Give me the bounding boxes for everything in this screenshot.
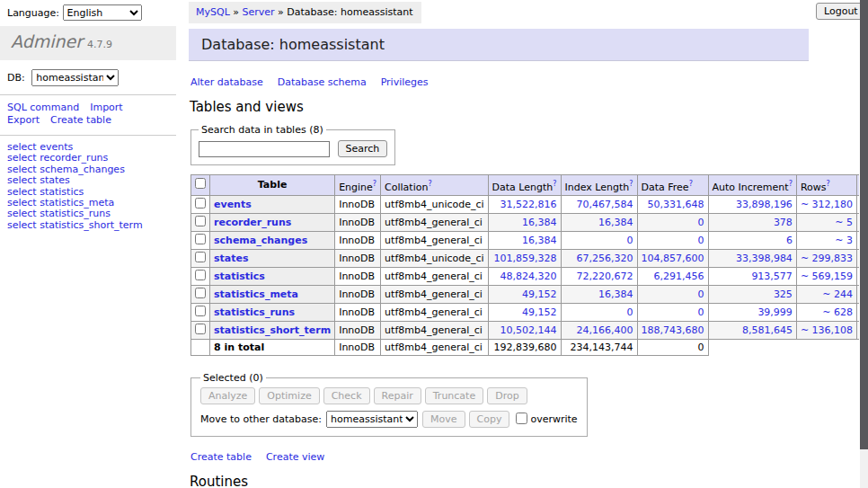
- index-length-link[interactable]: 16,384: [598, 217, 633, 228]
- sidebar-item-select-schema-changes[interactable]: select schema_changes: [7, 164, 125, 175]
- column-help-link[interactable]: ?: [629, 180, 633, 188]
- row-checkbox[interactable]: [195, 252, 206, 262]
- column-help-link[interactable]: ?: [553, 180, 556, 188]
- table-name-link[interactable]: events: [214, 199, 252, 210]
- drop-button[interactable]: Drop: [487, 387, 527, 404]
- data-free-link[interactable]: 0: [698, 217, 704, 228]
- column-help-link[interactable]: ?: [826, 180, 829, 188]
- table-name-link[interactable]: statistics_short_term: [214, 324, 331, 336]
- sidebar-export-link[interactable]: Export: [7, 114, 40, 126]
- create-table-link[interactable]: Create table: [190, 451, 252, 463]
- data-free-link[interactable]: 0: [698, 306, 704, 318]
- data-length-link[interactable]: 101,859,328: [494, 253, 557, 264]
- column-help-link[interactable]: ?: [373, 180, 376, 188]
- search-button[interactable]: Search: [338, 140, 388, 157]
- auto-increment-link[interactable]: 33,898,196: [736, 199, 793, 210]
- sidebar-create-table-link[interactable]: Create table: [50, 114, 111, 126]
- sidebar-item-select-states[interactable]: select states: [7, 174, 70, 186]
- data-length-link[interactable]: 31,522,816: [500, 199, 557, 210]
- rows-link[interactable]: ~ 569,159: [801, 271, 853, 282]
- column-help-link[interactable]: ?: [428, 180, 431, 188]
- select-all-checkbox[interactable]: [195, 178, 206, 189]
- row-checkbox[interactable]: [195, 306, 206, 316]
- rows-link[interactable]: ~ 299,833: [801, 253, 853, 264]
- data-free-link[interactable]: 188,743,680: [642, 324, 704, 336]
- auto-increment-link[interactable]: 39,999: [757, 306, 793, 318]
- data-length-link[interactable]: 49,152: [522, 306, 557, 318]
- sidebar-item-select-recorder-runs[interactable]: select recorder_runs: [7, 152, 108, 164]
- data-free-link[interactable]: 0: [698, 288, 704, 300]
- table-name-link[interactable]: states: [214, 253, 249, 264]
- breadcrumb-mysql-link[interactable]: MySQL: [196, 6, 230, 18]
- sidebar-item-select-events[interactable]: select events: [7, 141, 73, 153]
- index-length-link[interactable]: 67,256,320: [577, 253, 633, 264]
- auto-increment-link[interactable]: 6: [786, 235, 793, 246]
- table-name-link[interactable]: statistics: [214, 271, 265, 282]
- db-select[interactable]: homeassistant: [31, 69, 119, 86]
- optimize-button[interactable]: Optimize: [259, 387, 319, 404]
- data-length-link[interactable]: 48,824,320: [500, 271, 557, 282]
- auto-increment-link[interactable]: 378: [774, 217, 793, 228]
- language-select[interactable]: English: [63, 4, 142, 21]
- table-name-link[interactable]: recorder_runs: [214, 217, 291, 228]
- sidebar-item-select-statistics[interactable]: select statistics: [7, 186, 84, 198]
- data-length-link[interactable]: 49,152: [522, 288, 557, 300]
- create-view-link[interactable]: Create view: [266, 451, 324, 463]
- vertical-scrollbar-thumb[interactable]: [860, 0, 868, 449]
- row-checkbox[interactable]: [195, 216, 206, 226]
- index-length-link[interactable]: 0: [627, 235, 633, 246]
- data-free-link[interactable]: 104,857,600: [642, 253, 704, 264]
- check-button[interactable]: Check: [323, 387, 370, 404]
- row-checkbox[interactable]: [195, 198, 206, 209]
- row-checkbox[interactable]: [195, 288, 206, 298]
- privileges-link[interactable]: Privileges: [381, 76, 429, 88]
- table-name-link[interactable]: schema_changes: [214, 235, 307, 246]
- index-length-link[interactable]: 16,384: [598, 288, 633, 300]
- auto-increment-link[interactable]: 8,581,645: [742, 324, 793, 336]
- breadcrumb-server-link[interactable]: Server: [243, 6, 275, 18]
- sidebar-item-select-statistics-short-term[interactable]: select statistics_short_term: [7, 219, 143, 231]
- column-help-link[interactable]: ?: [789, 180, 793, 188]
- index-length-link[interactable]: 72,220,672: [577, 271, 633, 282]
- sidebar-sql-command-link[interactable]: SQL command: [7, 102, 79, 113]
- table-name-link[interactable]: statistics_meta: [214, 288, 298, 300]
- table-name-link[interactable]: statistics_runs: [214, 306, 295, 318]
- search-input[interactable]: [199, 141, 330, 157]
- rows-link[interactable]: ~ 136,108: [801, 324, 853, 336]
- row-checkbox[interactable]: [195, 270, 206, 280]
- database-schema-link[interactable]: Database schema: [278, 76, 367, 88]
- row-checkbox[interactable]: [195, 324, 206, 334]
- repair-button[interactable]: Repair: [374, 387, 421, 404]
- data-length-link[interactable]: 10,502,144: [500, 324, 557, 336]
- data-free-link[interactable]: 0: [698, 235, 704, 246]
- rows-link[interactable]: ~ 5: [835, 217, 853, 228]
- rows-link[interactable]: ~ 3: [835, 235, 853, 246]
- data-length-link[interactable]: 16,384: [522, 217, 557, 228]
- copy-button[interactable]: Copy: [469, 411, 510, 428]
- index-length-link[interactable]: 0: [627, 306, 633, 318]
- sidebar-item-select-statistics-runs[interactable]: select statistics_runs: [7, 208, 111, 219]
- auto-increment-link[interactable]: 913,577: [751, 271, 793, 282]
- rows-link[interactable]: ~ 244: [822, 288, 853, 300]
- sidebar-item-select-statistics-meta[interactable]: select statistics_meta: [7, 197, 114, 209]
- auto-increment-link[interactable]: 325: [774, 288, 793, 300]
- row-checkbox[interactable]: [195, 234, 206, 244]
- rows-link[interactable]: ~ 312,180: [801, 199, 853, 210]
- data-free-link[interactable]: 50,331,648: [648, 199, 704, 210]
- column-help-link[interactable]: ?: [689, 180, 693, 188]
- alter-database-link[interactable]: Alter database: [190, 76, 263, 88]
- analyze-button[interactable]: Analyze: [200, 387, 255, 404]
- index-length-link[interactable]: 24,166,400: [577, 324, 633, 336]
- app-name-link[interactable]: Adminer: [11, 31, 83, 51]
- sidebar-import-link[interactable]: Import: [90, 102, 123, 113]
- move-button[interactable]: Move: [422, 411, 465, 428]
- data-length-link[interactable]: 16,384: [522, 235, 557, 246]
- index-length-link[interactable]: 70,467,584: [577, 199, 633, 210]
- move-database-select[interactable]: homeassistant: [326, 411, 418, 428]
- overwrite-checkbox[interactable]: [516, 413, 527, 424]
- auto-increment-link[interactable]: 33,398,984: [736, 253, 793, 264]
- data-free-link[interactable]: 6,291,456: [654, 271, 704, 282]
- truncate-button[interactable]: Truncate: [425, 387, 483, 404]
- selected-buttons-row: AnalyzeOptimizeCheckRepairTruncateDrop: [200, 387, 578, 404]
- rows-link[interactable]: ~ 628: [822, 306, 853, 318]
